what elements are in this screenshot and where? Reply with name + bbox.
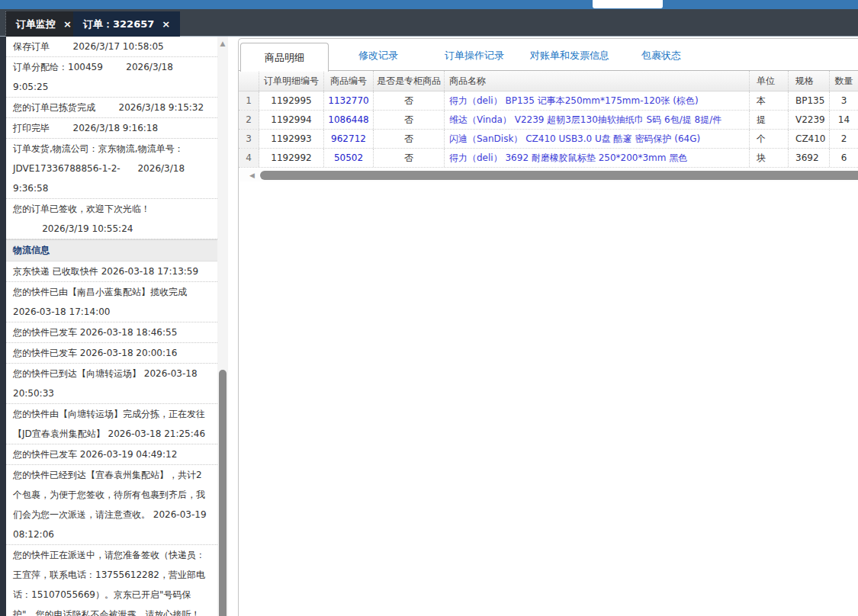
product-code-link[interactable]: 1086448: [328, 114, 368, 125]
spec: 3692: [789, 149, 830, 167]
unit: 个: [750, 130, 789, 148]
order-detail-id: 1192994: [259, 111, 324, 129]
left-edge-strip: [0, 37, 6, 616]
product-code-link[interactable]: 50502: [334, 152, 363, 163]
close-icon[interactable]: ×: [162, 18, 170, 30]
window-tab-label: 订单监控: [16, 18, 56, 31]
logistics-event: 您的快件正在派送中，请您准备签收（快递员：王宜萍，联系电话：1375561228…: [6, 545, 217, 616]
order-event: 您的订单已签收，欢迎下次光临！ 2026/3/19 10:55:24: [6, 199, 217, 239]
product-code-link[interactable]: 962712: [331, 133, 366, 144]
is-counter-product: 否: [374, 130, 445, 148]
horizontal-scrollbar-thumb[interactable]: [260, 171, 858, 180]
tab-package-status[interactable]: 包裹状态: [641, 49, 681, 63]
tab-product-detail[interactable]: 商品明细: [240, 43, 329, 72]
header-product-code: 商品编号: [324, 71, 374, 91]
logistics-event: 您的快件已发车 2026-03-19 04:49:12: [6, 444, 217, 465]
logistics-event: 您的快件已由【南昌小蓝集配站】揽收完成 2026-03-18 17:14:00: [6, 282, 217, 322]
header-unit: 单位: [750, 71, 789, 91]
logistics-section-header: 物流信息: [6, 239, 217, 261]
window-tab-label: 订单：322657: [83, 18, 154, 31]
row-index: 2: [239, 111, 259, 129]
header-qty: 数量: [830, 71, 858, 91]
close-icon[interactable]: ×: [63, 18, 72, 30]
header-is-counter: 是否是专柜商品: [374, 71, 445, 91]
order-event: 您的订单已拣货完成 2026/3/18 9:15:32: [6, 98, 217, 118]
logistics-event: 您的快件已经到达【宜春袁州集配站】，共计2个包裹，为便于您签收，待所有包裹到齐后…: [6, 465, 217, 545]
is-counter-product: 否: [374, 91, 445, 110]
is-counter-product: 否: [374, 149, 445, 167]
spec: V2239: [789, 111, 830, 129]
logistics-event: 您的快件已发车 2026-03-18 18:46:55: [6, 322, 217, 343]
order-history-sidebar: 保存订单 2026/3/17 10:58:05 订单分配给：100459 202…: [6, 37, 217, 616]
order-detail-panel: 商品明细 修改记录 订单操作记录 对账单和发票信息 包裹状态 订单明细编号 商品…: [238, 38, 858, 616]
table-row: 1 1192995 1132770 否 得力（deli） BP135 记事本25…: [239, 91, 858, 111]
sidebar-scrollbar-thumb[interactable]: [219, 370, 227, 616]
header-detail-id: 订单明细编号: [259, 71, 324, 91]
header-product-name: 商品名称: [445, 71, 750, 91]
is-counter-product: 否: [374, 111, 445, 129]
quantity: 2: [830, 130, 858, 148]
product-name-link[interactable]: 闪迪（SanDisk） CZ410 USB3.0 U盘 酷邃 密码保护 (64G…: [449, 133, 700, 146]
scroll-up-icon[interactable]: ▲: [217, 37, 228, 50]
quantity: 3: [830, 91, 858, 110]
product-table: 订单明细编号 商品编号 是否是专柜商品 商品名称 单位 规格 数量 1 1192…: [239, 71, 858, 168]
product-name-link[interactable]: 维达（Vinda） V2239 超韧3层130抽软抽纸巾 S码 6包/提 8提/…: [449, 114, 721, 127]
quantity: 14: [830, 111, 858, 129]
order-detail-id: 1192995: [259, 91, 324, 110]
window-tab-order-322657[interactable]: 订单：322657 ×: [73, 11, 180, 37]
logistics-event: 京东快递 已收取快件 2026-03-18 17:13:59: [6, 261, 217, 282]
row-index: 4: [239, 149, 259, 167]
topbar-input[interactable]: [593, 0, 663, 8]
logistics-event: 您的快件已到达【向塘转运场】 2026-03-18 20:50:33: [6, 364, 217, 404]
product-name-link[interactable]: 得力（deli） 3692 耐磨橡胶鼠标垫 250*200*3mm 黑色: [449, 152, 687, 165]
order-event: 打印完毕 2026/3/18 9:16:18: [6, 118, 217, 139]
order-event: 订单发货,物流公司：京东物流,物流单号： JDVE17336788856-1-2…: [6, 139, 217, 199]
unit: 本: [750, 91, 789, 110]
unit: 提: [750, 111, 789, 129]
tab-order-operation-log[interactable]: 订单操作记录: [445, 49, 504, 63]
window-tab-bar: 订单监控 × 订单：322657 ×: [0, 9, 858, 37]
product-name-link[interactable]: 得力（deli） BP135 记事本250mm*175mm-120张 (棕色): [449, 95, 699, 107]
logistics-event: 您的快件已发车 2026-03-18 20:00:16: [6, 343, 217, 364]
row-index: 3: [239, 130, 259, 148]
table-header-row: 订单明细编号 商品编号 是否是专柜商品 商品名称 单位 规格 数量: [239, 71, 858, 91]
order-event: 保存订单 2026/3/17 10:58:05: [6, 37, 217, 57]
table-horizontal-scrollbar[interactable]: ◀: [239, 169, 858, 181]
row-index: 1: [239, 91, 259, 110]
detail-tab-bar: 商品明细 修改记录 订单操作记录 对账单和发票信息 包裹状态: [239, 39, 858, 71]
table-row: 2 1192994 1086448 否 维达（Vinda） V2239 超韧3层…: [239, 111, 858, 130]
window-tab-order-monitor[interactable]: 订单监控 ×: [5, 11, 82, 37]
header-index: [239, 71, 259, 91]
table-row: 3 1192993 962712 否 闪迪（SanDisk） CZ410 USB…: [239, 130, 858, 149]
order-detail-id: 1192992: [259, 149, 324, 167]
table-row: 4 1192992 50502 否 得力（deli） 3692 耐磨橡胶鼠标垫 …: [239, 149, 858, 168]
sidebar-scrollbar[interactable]: ▲: [217, 37, 228, 616]
order-event: 订单分配给：100459 2026/3/18 9:05:25: [6, 57, 217, 98]
quantity: 6: [830, 149, 858, 167]
order-detail-id: 1192993: [259, 130, 324, 148]
spec: CZ410: [789, 130, 830, 148]
top-bar: [0, 0, 858, 9]
spec: BP135: [789, 91, 830, 110]
tab-modify-log[interactable]: 修改记录: [358, 49, 398, 63]
unit: 块: [750, 149, 789, 167]
tab-statement-invoice[interactable]: 对账单和发票信息: [530, 49, 609, 63]
logistics-event: 您的快件由【向塘转运场】完成分拣，正在发往 【JD宜春袁州集配站】 2026-0…: [6, 404, 217, 444]
header-spec: 规格: [789, 71, 830, 91]
scroll-left-icon[interactable]: ◀: [249, 172, 255, 179]
product-code-link[interactable]: 1132770: [328, 95, 368, 106]
